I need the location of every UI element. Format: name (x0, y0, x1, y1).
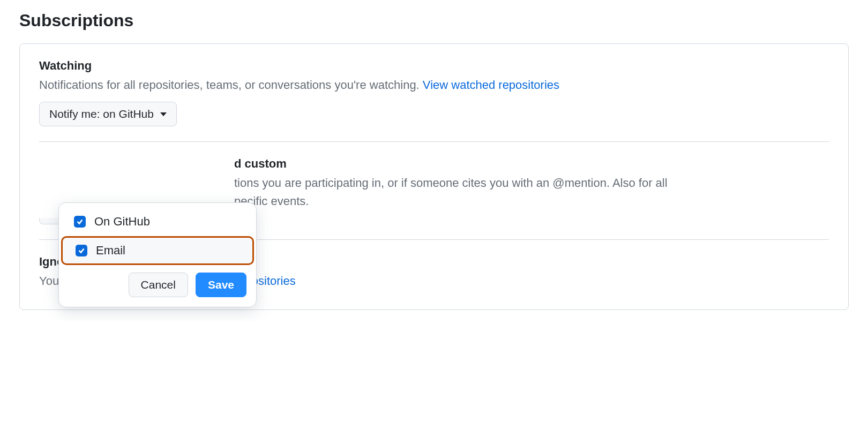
watching-title: Watching (39, 59, 829, 73)
popover-actions: Cancel Save (59, 265, 256, 297)
watching-description-text: Notifications for all repositories, team… (39, 78, 423, 92)
option-email[interactable]: Email (61, 236, 254, 265)
caret-down-icon (160, 112, 167, 116)
notify-me-popover: On GitHub Email Cancel Save (58, 202, 257, 307)
checkbox-checked-icon (74, 216, 86, 228)
watching-description: Notifications for all repositories, team… (39, 76, 829, 94)
subscriptions-panel: Watching Notifications for all repositor… (19, 43, 849, 310)
notify-me-dropdown-label: Notify me: on GitHub (49, 108, 154, 120)
save-button[interactable]: Save (196, 273, 246, 297)
watching-section: Watching Notifications for all repositor… (39, 59, 829, 141)
option-on-github[interactable]: On GitHub (59, 207, 256, 236)
participating-desc-line1: tions you are participating in, or if so… (234, 176, 668, 190)
option-on-github-label: On GitHub (94, 215, 150, 229)
participating-title-fragment: d custom (234, 157, 287, 170)
option-email-label: Email (96, 244, 125, 258)
view-watched-repositories-link[interactable]: View watched repositories (423, 78, 559, 92)
notify-me-dropdown[interactable]: Notify me: on GitHub (39, 102, 177, 126)
checkbox-checked-icon (76, 245, 87, 256)
page-title: Subscriptions (19, 11, 849, 31)
cancel-button[interactable]: Cancel (129, 273, 188, 297)
